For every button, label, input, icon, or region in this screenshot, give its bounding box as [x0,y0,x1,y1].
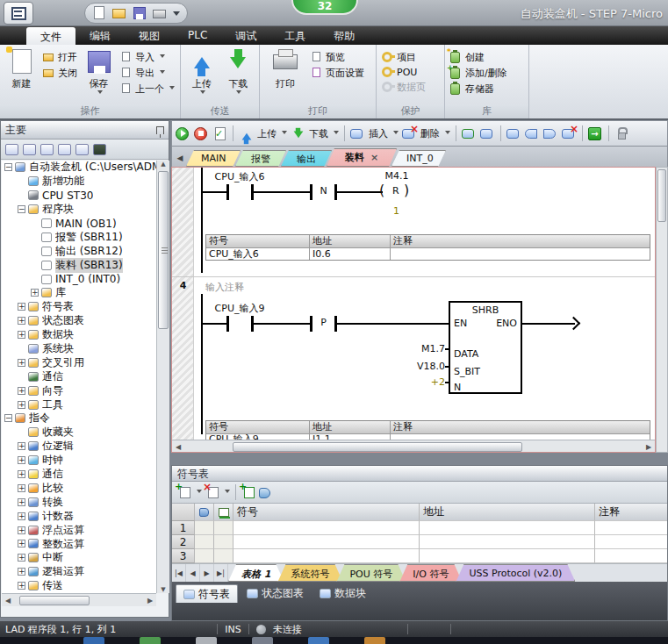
tree-item-sbr12[interactable]: 输出 (SBR12) [2,244,156,258]
tree-item-communication[interactable]: 通信 [2,369,156,383]
import-button[interactable]: 导入 [120,51,175,64]
pin-icon[interactable] [156,126,164,134]
tree-item-counters[interactable]: +计数器 [2,509,156,523]
last-sheet-icon[interactable]: ▶| [214,564,228,582]
create-status-chart-icon[interactable] [241,486,255,499]
ladder-vertical-scrollbar[interactable] [656,167,668,453]
protect-project-button[interactable]: 项目 [382,51,426,64]
tree-item-cross-ref[interactable]: +交叉引用 [2,355,156,369]
tree-item-logic-ops[interactable]: +逻辑运算 [2,565,156,579]
network-number[interactable]: 4 [172,280,194,291]
plus-expander-icon[interactable]: + [18,317,25,325]
sheet-tab-I/O 符号[interactable]: I/O 符号 [399,564,462,582]
upload-button[interactable]: 上传 [186,47,218,97]
address-cell[interactable] [420,521,595,535]
plus-expander-icon[interactable]: + [18,303,25,311]
next-bookmark-icon[interactable] [543,126,558,141]
upload-toolbar-icon[interactable] [239,126,254,141]
print-button[interactable]: 打印 [265,47,305,90]
symbol-cell[interactable] [233,535,420,549]
delete-caret-icon[interactable] [445,131,450,137]
view-communication-icon[interactable] [93,144,106,155]
coil-address[interactable]: M4.1 [370,170,423,182]
plus-expander-icon[interactable]: + [18,456,25,464]
editor-tab-MAIN[interactable]: MAIN [186,150,241,167]
stop-button[interactable] [194,126,209,141]
tree-item-move[interactable]: +传送 [2,579,156,593]
upload-toolbar-label[interactable]: 上传 [257,127,277,140]
tree-item-wizard[interactable]: +向导 [2,383,156,397]
clear-bookmarks-icon[interactable] [562,126,577,141]
tree-vertical-scrollbar[interactable]: ▲ ▼ [156,161,169,593]
box-input-value[interactable]: M1.7 [392,343,445,354]
open-folder-icon[interactable] [112,6,126,20]
goto-icon[interactable]: → [588,126,603,141]
open-button[interactable]: 打开 [43,51,77,64]
tree-item-convert[interactable]: +转换 [2,495,156,509]
menu-view[interactable]: 视图 [125,26,174,45]
editor-tab-INT_0[interactable]: INT_0 [391,150,446,167]
save-icon[interactable] [133,6,147,20]
plus-expander-icon[interactable]: + [18,526,25,534]
print-icon[interactable] [153,6,167,20]
tree-horizontal-scrollbar[interactable]: ◀▶ [2,593,156,606]
symbol-cell[interactable] [233,549,420,563]
menu-edit[interactable]: 编辑 [75,26,125,45]
tree-item-instructions[interactable]: −指令 [2,411,156,426]
delete-row-caret-icon[interactable] [225,490,230,496]
download-caret-icon[interactable] [334,131,339,137]
menu-help[interactable]: 帮助 [320,26,369,45]
pou-comment-toggle-icon[interactable] [462,126,477,141]
plus-expander-icon[interactable]: + [18,540,25,547]
delete-toolbar-label[interactable]: 删除 [420,127,440,140]
view-cross-reference-icon[interactable] [75,144,89,155]
view-data-block-icon[interactable] [58,144,71,155]
menu-file[interactable]: 文件 [26,27,75,45]
minus-expander-icon[interactable]: − [4,163,12,171]
tree-item-clock[interactable]: +时钟 [2,454,156,468]
tree-item-interrupt[interactable]: +中断 [2,551,156,565]
save-button[interactable]: 保存 [83,47,115,97]
plus-expander-icon[interactable]: + [18,582,25,590]
new-document-icon[interactable] [92,6,106,20]
plus-expander-icon[interactable]: + [18,470,25,478]
tree-item-symbol-table[interactable]: +符号表 [2,300,156,314]
tree-item-sbr13[interactable]: 装料 (SBR13) [2,258,156,272]
view-status-chart-icon[interactable] [40,144,54,155]
page-setup-button[interactable]: 页面设置 [311,67,364,80]
bookmark-icon[interactable] [506,126,521,141]
tree-item-status-chart[interactable]: +状态图表 [2,314,156,328]
download-button[interactable]: 下载 [223,47,255,97]
delete-network-icon[interactable] [402,126,417,141]
coil-type[interactable]: R [392,185,399,197]
comment-cell[interactable] [595,535,667,549]
next-sheet-icon[interactable]: ▶ [200,564,214,582]
contact-operand[interactable]: CPU_输入6 [204,170,276,183]
previous-sheet-icon[interactable]: ◀ [186,564,200,582]
sheet-tab-POU 符号[interactable]: POU 符号 [336,564,406,582]
plus-expander-icon[interactable]: + [18,568,25,576]
tree-item-int0[interactable]: INT_0 (INT0) [2,272,156,286]
tree-item-whats-new[interactable]: 新增功能 [2,175,156,189]
tree-item-system-block[interactable]: 系统块 [2,342,156,356]
library-create-button[interactable]: *创建 [450,51,507,64]
editor-tab-装料[interactable]: 装料× [327,148,397,167]
export-button[interactable]: 导出 [120,67,175,80]
menu-plc[interactable]: PLC [174,26,221,45]
plus-expander-icon[interactable]: + [18,401,25,409]
menu-debug[interactable]: 调试 [221,26,270,45]
tree-item-comm-instr[interactable]: +通信 [2,468,156,482]
first-sheet-icon[interactable]: |◀ [172,564,186,582]
coil-operand[interactable]: 1 [393,205,399,217]
editor-tab-报警[interactable]: 报警 [235,150,286,167]
sheet-tab-USS Protocol (v2.0)[interactable]: USS Protocol (v2.0) [456,564,575,582]
minus-expander-icon[interactable]: − [4,414,12,422]
insert-caret-icon[interactable] [393,131,399,137]
close-button[interactable]: 关闭 [43,67,77,80]
insert-row-caret-icon[interactable] [197,490,202,496]
symbol-grid-row-3[interactable]: 3 [172,549,667,563]
tree-item-cpu[interactable]: CPU ST30 [2,189,156,203]
contact-operand[interactable]: CPU_输入9 [204,302,276,315]
comment-cell[interactable] [595,521,667,535]
editor-tab-输出[interactable]: 输出 [281,150,332,167]
